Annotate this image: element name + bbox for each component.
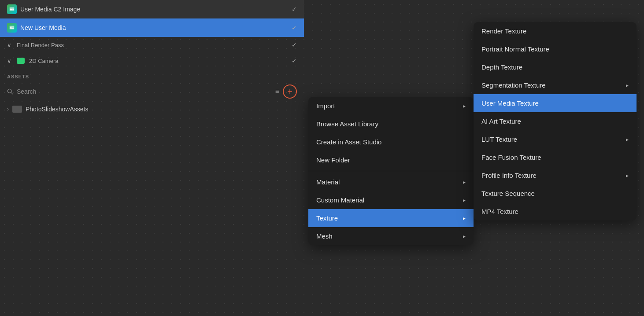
- camera-icon: [17, 58, 25, 64]
- list-item-new-user-media[interactable]: New User Media ✓: [0, 18, 304, 37]
- submenu-item-label: MP4 Texture: [481, 208, 518, 215]
- submenu-item-user-media-texture[interactable]: User Media Texture: [474, 94, 637, 112]
- chevron-down-icon: ∨: [7, 42, 11, 48]
- menu-item-material[interactable]: Material ▸: [308, 173, 474, 191]
- menu-item-label: Material: [316, 178, 340, 186]
- folder-item-photoslideshow[interactable]: › PhotoSlideshowAssets: [0, 102, 304, 116]
- submenu-item-face-fusion-texture[interactable]: Face Fusion Texture: [474, 148, 637, 166]
- menu-item-label: Mesh: [316, 232, 333, 240]
- menu-item-import[interactable]: Import ▸: [308, 97, 474, 115]
- search-icon: [7, 88, 13, 95]
- submenu-item-label: Face Fusion Texture: [481, 154, 541, 161]
- svg-point-0: [7, 89, 11, 93]
- submenu-item-label: User Media Texture: [481, 99, 539, 107]
- submenu-item-mp4-texture[interactable]: MP4 Texture: [474, 202, 637, 220]
- submenu-item-texture-sequence[interactable]: Texture Sequence: [474, 184, 637, 202]
- submenu-arrow-icon: ▸: [463, 215, 466, 221]
- left-panel: User Media C2 Image ✓ New User Media ✓ ∨…: [0, 0, 304, 316]
- user-media-icon: [7, 4, 17, 14]
- submenu-item-label: Segmentation Texture: [481, 81, 546, 89]
- list-item-label: New User Media: [20, 24, 66, 31]
- list-item-user-media-c2[interactable]: User Media C2 Image ✓: [0, 0, 304, 18]
- search-actions: ≡ +: [275, 85, 297, 99]
- menu-item-label: New Folder: [316, 156, 350, 164]
- submenu-item-render-texture[interactable]: Render Texture: [474, 22, 637, 40]
- submenu-arrow-icon: ▸: [626, 82, 629, 88]
- submenu-arrow-icon: ▸: [626, 173, 629, 179]
- camera-section[interactable]: ∨ 2D Camera ✓: [0, 53, 304, 69]
- search-placeholder: Search: [17, 88, 36, 95]
- svg-line-1: [11, 92, 13, 94]
- checkmark-icon: ✓: [292, 57, 297, 64]
- submenu-arrow-icon: ▸: [626, 136, 629, 143]
- submenu-item-label: Profile Info Texture: [481, 172, 537, 179]
- menu-item-mesh[interactable]: Mesh ▸: [308, 227, 474, 245]
- camera-label: 2D Camera: [29, 58, 58, 64]
- menu-item-custom-material[interactable]: Custom Material ▸: [308, 191, 474, 209]
- submenu-arrow-icon: ▸: [463, 103, 466, 109]
- filter-icon[interactable]: ≡: [275, 88, 279, 96]
- context-menu: Import ▸ Browse Asset Library Create in …: [308, 97, 474, 245]
- chevron-down-icon: ∨: [7, 58, 11, 64]
- folder-label: PhotoSlideshowAssets: [26, 106, 88, 113]
- checkmark-icon: ✓: [292, 6, 297, 13]
- menu-item-browse-asset-library[interactable]: Browse Asset Library: [308, 115, 474, 133]
- add-asset-button[interactable]: +: [283, 85, 297, 99]
- menu-divider: [308, 171, 474, 171]
- menu-item-label: Texture: [316, 214, 338, 222]
- submenu-item-depth-texture[interactable]: Depth Texture: [474, 58, 637, 76]
- submenu-item-label: AI Art Texture: [481, 118, 521, 125]
- final-render-pass-section[interactable]: ∨ Final Render Pass ✓: [0, 37, 304, 53]
- assets-label: ASSETS: [0, 69, 304, 81]
- checkmark-icon: ✓: [292, 41, 297, 48]
- search-bar: Search ≡ +: [0, 81, 304, 102]
- checkmark-icon: ✓: [292, 24, 297, 31]
- submenu-item-label: LUT Texture: [481, 136, 517, 143]
- submenu-arrow-icon: ▸: [463, 197, 466, 203]
- new-user-media-icon: [7, 23, 17, 33]
- menu-item-new-folder[interactable]: New Folder: [308, 151, 474, 169]
- section-label: Final Render Pass: [17, 42, 64, 48]
- folder-icon: [12, 106, 22, 113]
- submenu-item-profile-info-texture[interactable]: Profile Info Texture ▸: [474, 166, 637, 184]
- submenu-arrow-icon: ▸: [463, 233, 466, 239]
- menu-item-create-in-asset-studio[interactable]: Create in Asset Studio: [308, 133, 474, 151]
- submenu-item-label: Texture Sequence: [481, 190, 535, 197]
- chevron-right-icon: ›: [7, 106, 9, 112]
- menu-item-label: Browse Asset Library: [316, 120, 378, 128]
- menu-item-label: Custom Material: [316, 196, 364, 204]
- submenu-item-label: Render Texture: [481, 27, 526, 35]
- plus-icon: +: [287, 87, 292, 97]
- submenu-item-label: Portrait Normal Texture: [481, 45, 549, 53]
- context-submenu-texture: Render Texture Portrait Normal Texture D…: [474, 22, 637, 220]
- submenu-item-ai-art-texture[interactable]: AI Art Texture: [474, 112, 637, 130]
- submenu-arrow-icon: ▸: [463, 179, 466, 185]
- submenu-item-segmentation-texture[interactable]: Segmentation Texture ▸: [474, 76, 637, 94]
- menu-item-texture[interactable]: Texture ▸: [308, 209, 474, 227]
- list-item-label: User Media C2 Image: [20, 6, 80, 13]
- submenu-item-portrait-normal[interactable]: Portrait Normal Texture: [474, 40, 637, 58]
- menu-item-label: Create in Asset Studio: [316, 138, 381, 146]
- menu-item-label: Import: [316, 102, 335, 110]
- submenu-item-label: Depth Texture: [481, 63, 522, 71]
- submenu-item-lut-texture[interactable]: LUT Texture ▸: [474, 130, 637, 148]
